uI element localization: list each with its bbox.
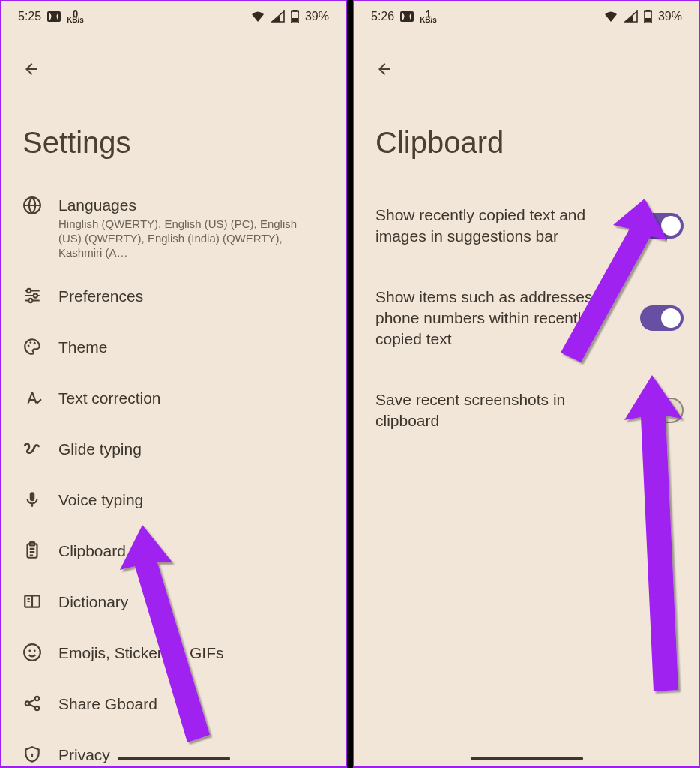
- toggle-show-items[interactable]: [640, 305, 684, 331]
- setting-label: Text correction: [58, 388, 322, 407]
- phone-settings: 5:25 0 KB/s 39% Settings: [0, 0, 347, 768]
- setting-label: Languages: [58, 196, 322, 214]
- dolby-icon: [47, 11, 61, 22]
- page-title: Clipboard: [354, 87, 699, 185]
- svg-point-6: [34, 294, 37, 298]
- svg-rect-11: [30, 493, 35, 502]
- dolby-icon: [400, 11, 414, 22]
- svg-point-16: [28, 650, 31, 652]
- status-bar: 5:25 0 KB/s 39%: [1, 2, 346, 28]
- svg-point-8: [28, 345, 30, 347]
- svg-rect-24: [646, 10, 650, 12]
- svg-rect-3: [292, 18, 298, 22]
- toggle-show-recent[interactable]: [640, 213, 684, 238]
- status-netspeed: 1 KB/s: [420, 10, 437, 22]
- setting-label: Glide typing: [58, 440, 322, 458]
- clipboard-item-label: Show recently copied text and images in …: [375, 205, 625, 248]
- status-battery-pct: 39%: [305, 10, 329, 23]
- setting-sub: Hinglish (QWERTY), English (US) (PC), En…: [58, 218, 322, 260]
- svg-point-10: [34, 342, 36, 344]
- svg-point-7: [28, 298, 32, 302]
- setting-preferences[interactable]: Preferences: [1, 270, 337, 321]
- setting-label: Dictionary: [58, 592, 322, 611]
- svg-point-17: [34, 650, 36, 652]
- toggle-save-screenshots[interactable]: [640, 398, 684, 423]
- cell-signal-icon: [624, 10, 638, 22]
- clipboard-item-label: Save recent screenshots in clipboard: [375, 389, 625, 432]
- setting-emojis[interactable]: Emojis, Stickers & GIFs: [1, 627, 337, 678]
- arrow-back-icon: [375, 60, 393, 78]
- setting-label: Privacy: [58, 746, 322, 764]
- clipboard-item-show-recent[interactable]: Show recently copied text and images in …: [375, 185, 684, 267]
- setting-label: Theme: [58, 338, 322, 356]
- page-title: Settings: [1, 87, 346, 185]
- svg-rect-25: [645, 18, 651, 22]
- svg-point-5: [27, 289, 31, 292]
- status-bar: 5:26 1 KB/s 39%: [354, 2, 699, 28]
- emoji-icon: [22, 643, 42, 662]
- wifi-icon: [603, 10, 618, 22]
- svg-rect-0: [47, 11, 61, 22]
- clipboard-icon: [22, 541, 42, 560]
- setting-label: Voice typing: [58, 490, 322, 509]
- setting-label: Clipboard: [58, 542, 322, 560]
- svg-point-21: [31, 754, 34, 756]
- clipboard-item-save-screenshots[interactable]: Save recent screenshots in clipboard: [375, 370, 684, 452]
- settings-list: Languages Hinglish (QWERTY), English (US…: [1, 185, 346, 768]
- setting-theme[interactable]: Theme: [1, 321, 337, 372]
- cell-signal-icon: [271, 10, 285, 22]
- nav-bar-pill[interactable]: [118, 757, 230, 760]
- battery-icon: [644, 10, 652, 23]
- palette-icon: [22, 337, 42, 356]
- setting-label: Share Gboard: [58, 694, 322, 713]
- status-time: 5:26: [371, 10, 394, 23]
- status-netspeed: 0 KB/s: [67, 10, 84, 22]
- setting-label: Emojis, Stickers & GIFs: [58, 644, 322, 662]
- share-icon: [22, 694, 42, 713]
- wifi-icon: [250, 10, 265, 22]
- gesture-icon: [22, 439, 42, 458]
- battery-icon: [291, 10, 299, 23]
- nav-bar-pill[interactable]: [471, 757, 583, 760]
- shield-icon: [22, 745, 42, 764]
- setting-languages[interactable]: Languages Hinglish (QWERTY), English (US…: [1, 185, 337, 270]
- svg-rect-22: [400, 11, 414, 22]
- svg-point-15: [24, 645, 40, 662]
- arrow-back-icon: [22, 60, 40, 78]
- sliders-icon: [22, 286, 42, 305]
- back-button[interactable]: [366, 51, 402, 87]
- phone-clipboard: 5:26 1 KB/s 39% Clipboard Show r: [353, 0, 700, 768]
- text-correction-icon: [22, 388, 42, 407]
- clipboard-options: Show recently copied text and images in …: [354, 185, 699, 451]
- status-time: 5:25: [18, 10, 41, 23]
- svg-point-9: [29, 342, 31, 344]
- setting-dictionary[interactable]: Dictionary: [1, 576, 337, 627]
- setting-glide-typing[interactable]: Glide typing: [1, 423, 337, 474]
- setting-clipboard[interactable]: Clipboard: [1, 525, 337, 576]
- setting-share[interactable]: Share Gboard: [1, 678, 337, 729]
- clipboard-item-show-items[interactable]: Show items such as addresses, phone numb…: [375, 267, 684, 370]
- mic-icon: [22, 490, 42, 509]
- status-battery-pct: 39%: [658, 10, 682, 23]
- back-button[interactable]: [13, 51, 49, 87]
- setting-voice-typing[interactable]: Voice typing: [1, 474, 337, 525]
- setting-text-correction[interactable]: Text correction: [1, 372, 337, 423]
- svg-rect-2: [293, 10, 297, 12]
- setting-privacy[interactable]: Privacy: [1, 729, 337, 768]
- globe-icon: [22, 196, 42, 215]
- setting-label: Preferences: [58, 286, 322, 305]
- clipboard-item-label: Show items such as addresses, phone numb…: [375, 286, 625, 350]
- book-icon: [22, 592, 42, 611]
